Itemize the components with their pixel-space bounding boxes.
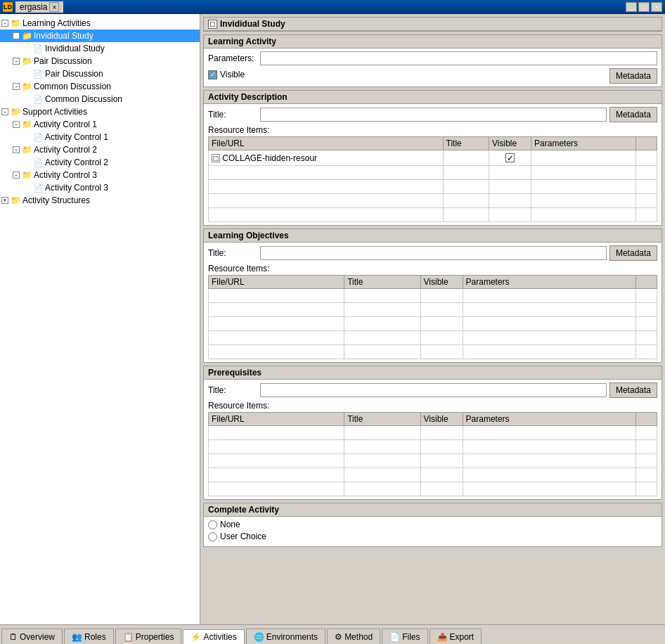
doc-icon-common: 📄 [32,94,44,105]
doc-icon-pair: 📄 [32,68,44,79]
learning-activity-metadata-btn[interactable]: Metadata [609,68,657,84]
activities-icon: ⚡ [191,632,201,642]
tree-item-ac2[interactable]: 📄 Activity Control 2 [0,156,200,169]
ad-col-extra [636,137,657,150]
export-icon: 📤 [437,632,448,642]
prerequisites-header: Prerequisites [204,366,661,380]
lo-title-input[interactable] [260,246,607,260]
ad-title-input[interactable] [260,108,607,122]
tab-environments[interactable]: 🌐 Environments [246,629,325,644]
tab-files[interactable]: 📄 Files [382,629,427,644]
tab-export[interactable]: 📤 Export [430,629,482,644]
learning-activity-section: Learning Activity Parameters: ✓ Visible … [203,34,662,87]
expand-learning-activities[interactable]: - [1,20,8,27]
ad-title-label: Title: [208,110,257,120]
lo-resource-items-label: Resource Items: [208,264,657,273]
tree-item-activity-structures[interactable]: + 📁 Activity Structures [0,194,200,207]
table-row [209,482,657,496]
tree-item-pair-discussion-group[interactable]: - 📁 Pair Discussion [0,55,200,67]
table-row [209,345,657,359]
roles-icon: 👥 [72,632,82,642]
tree-item-ac2-group[interactable]: - 📁 Activity Control 2 [0,143,200,156]
prereq-col-fileurl: File/URL [209,413,344,426]
none-radio[interactable] [208,520,217,529]
maximize-btn[interactable]: □ [638,2,650,12]
overview-icon: 🗒 [9,632,18,642]
parameters-label: Parameters: [208,53,257,63]
title-checkbox[interactable]: □ [208,20,217,29]
folder-icon-ac2: 📁 [21,144,32,155]
tab-bar: 🗒 Overview 👥 Roles 📋 Properties ⚡ Activi… [0,624,665,644]
ad-metadata-btn[interactable]: Metadata [609,107,657,122]
tree-item-ac1[interactable]: 📄 Activity Control 1 [0,131,200,143]
ad-cell-title [443,150,489,166]
user-choice-label: User Choice [220,532,266,541]
close-btn[interactable]: × [651,2,662,12]
lo-resource-table: File/URL Title Visible Parameters [208,275,657,359]
complete-activity-content: None User Choice [204,517,661,546]
tree-item-ac1-group[interactable]: - 📁 Activity Control 1 [0,118,200,131]
expand-pair-discussion-group[interactable]: - [13,58,20,65]
expand-ac2-group[interactable]: - [13,146,20,153]
tab-method[interactable]: ⚙ Method [327,629,380,644]
tab-overview[interactable]: 🗒 Overview [1,629,63,644]
table-row [209,166,657,180]
visible-checkbox[interactable]: ✓ [208,70,217,79]
parameters-input[interactable] [260,51,657,65]
learning-objectives-section: Learning Objectives Title: Metadata Reso… [203,228,662,363]
complete-activity-header: Complete Activity [204,503,661,517]
prereq-title-input[interactable] [260,383,607,397]
doc-icon-ac2: 📄 [32,157,44,168]
lo-metadata-btn[interactable]: Metadata [609,245,657,261]
table-row [209,208,657,222]
expand-common-discussion-group[interactable]: - [13,83,20,90]
ad-col-visible: Visible [489,137,531,150]
method-icon: ⚙ [335,632,342,642]
expand-activity-structures[interactable]: + [1,197,8,204]
minimize-btn[interactable]: _ [626,2,637,12]
ad-resource-items-label: Resource Items: [208,125,657,135]
tree-item-ac3-group[interactable]: - 📁 Activity Control 3 [0,169,200,181]
expand-ac1-group[interactable]: - [13,121,20,128]
tab-activities[interactable]: ⚡ Activities [183,629,244,644]
tab-environments-label: Environments [266,632,318,642]
folder-icon-support: 📁 [10,106,21,117]
tree-item-individual-study[interactable]: 📄 Invididual Study [0,42,200,55]
tree-label-ac3: Activity Control 3 [45,183,108,193]
prereq-col-title: Title [344,413,420,426]
row-visible-checkbox[interactable]: ✓ [505,153,515,162]
panel-title-box: □ Invididual Study [203,17,662,32]
prereq-metadata-btn[interactable]: Metadata [609,382,657,398]
tab-roles[interactable]: 👥 Roles [64,629,114,644]
panel-title: □ Invididual Study [208,19,285,29]
tab-activities-label: Activities [203,632,236,642]
expand-support-activities[interactable]: - [1,108,8,115]
activity-description-section: Activity Description Title: Metadata Res… [203,90,662,226]
ad-col-parameters: Parameters [531,137,636,150]
expand-individual-study-group[interactable]: - [13,32,20,39]
tree-item-common-discussion[interactable]: 📄 Common Discussion [0,93,200,105]
folder-icon-ac1: 📁 [21,119,32,130]
tree-item-individual-study-group[interactable]: - 📁 Invididual Study [0,30,200,42]
learning-activity-header: Learning Activity [204,35,661,49]
tree-item-pair-discussion[interactable]: 📄 Pair Discussion [0,67,200,80]
tree-item-support-activities[interactable]: - 📁 Support Activities [0,105,200,118]
ad-cell-parameters [531,150,636,166]
tab-ergasia[interactable]: ergasia × [15,1,63,13]
expand-ac3-group[interactable]: - [13,172,20,179]
table-row [209,303,657,317]
tree-item-common-discussion-group[interactable]: - 📁 Common Discussion [0,80,200,93]
tab-properties[interactable]: 📋 Properties [115,629,182,644]
title-bar: LD ergasia × _ □ × [0,0,665,14]
user-choice-radio[interactable] [208,532,217,541]
folder-icon-pair: 📁 [21,56,32,67]
tab-close-btn[interactable]: × [49,2,59,12]
ad-resource-table: File/URL Title Visible Parameters □ [208,136,657,222]
tree-item-ac3[interactable]: 📄 Activity Control 3 [0,181,200,194]
group-icon: 📁 [21,30,32,41]
tree-item-learning-activities[interactable]: - 📁 Learning Activities [0,17,200,30]
ad-title-row: Title: Metadata [208,107,657,122]
tree-label-common-discussion: Common Discussion [45,94,122,104]
table-row [209,454,657,468]
user-choice-radio-row: User Choice [208,532,657,541]
